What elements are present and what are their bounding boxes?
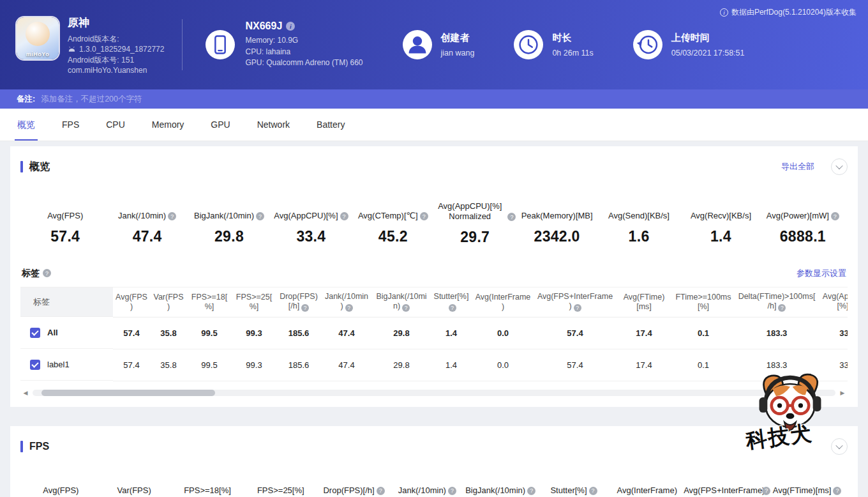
- help-icon[interactable]: [377, 487, 385, 495]
- help-icon[interactable]: [301, 304, 309, 312]
- fps-metric-avg-fps: Avg(FPS) 57.4: [24, 476, 98, 497]
- metric-avg-appcpu-normalized: Avg(AppCPU)[%] Normalized 29.7: [434, 201, 516, 246]
- column-header: BigJank(/10min): [372, 287, 431, 317]
- table-cell: 57.4: [113, 317, 150, 349]
- metric-label: Var(FPS): [117, 486, 151, 496]
- table-cell: 0.1: [672, 317, 735, 349]
- help-icon[interactable]: [507, 213, 516, 221]
- checkbox-all[interactable]: [30, 328, 40, 338]
- metric-label: Avg(FPS+InterFrame): [684, 486, 760, 496]
- param-display-settings-link[interactable]: 参数显示设置: [797, 268, 846, 279]
- help-icon[interactable]: [168, 212, 176, 220]
- help-icon[interactable]: [762, 487, 770, 495]
- table-row-label1-values: 57.4 35.8 99.5 99.3 185.6 47.4 29.8 1.4 …: [113, 349, 848, 381]
- column-header: Avg(InterFrame): [472, 287, 534, 317]
- upload-time-value: 05/03/2021 17:58:51: [671, 49, 745, 57]
- app-icon-brand-text: miHoYo: [26, 51, 49, 57]
- table-cell: 29.8: [372, 349, 431, 381]
- labels-table-scroll-area[interactable]: Avg(FPS) Var(FPS) FPS>=18[%] FPS>=25[%] …: [113, 287, 848, 381]
- metric-value: 33.4: [270, 228, 352, 245]
- scrollbar-thumb[interactable]: [41, 390, 215, 396]
- column-header: FPS>=18[%]: [187, 287, 232, 317]
- overview-section-title: 概览: [29, 160, 50, 174]
- metric-label: Avg(Send)[KB/s]: [608, 211, 670, 221]
- column-header: Var(FPS): [150, 287, 187, 317]
- export-all-link[interactable]: 导出全部: [781, 161, 814, 172]
- duration-label: 时长: [552, 32, 593, 44]
- remark-input[interactable]: [41, 95, 851, 103]
- metric-bigjank: BigJank(/10min) 29.8: [188, 201, 270, 246]
- help-icon[interactable]: [449, 304, 456, 312]
- help-icon[interactable]: [831, 212, 839, 220]
- tab-overview[interactable]: 概览: [4, 109, 49, 141]
- table-cell: 0.0: [472, 317, 534, 349]
- metric-label: FPS>=25[%]: [257, 486, 304, 496]
- help-icon[interactable]: [43, 269, 51, 277]
- column-header: Drop(FPS)[/h]: [276, 287, 321, 317]
- fps-metric-bigjank: BigJank(/10min) 29.8: [464, 476, 537, 497]
- table-header-row: Avg(FPS) Var(FPS) FPS>=18[%] FPS>=25[%] …: [113, 287, 848, 317]
- help-icon[interactable]: [448, 487, 456, 495]
- help-icon[interactable]: [527, 487, 535, 495]
- fps-metric-avg-fps-interframe: Avg(FPS+InterFrame) 57.4: [684, 476, 770, 497]
- help-icon[interactable]: [574, 304, 581, 312]
- table-cell: 185.6: [276, 349, 321, 381]
- help-icon[interactable]: [256, 212, 264, 220]
- collapse-overview-button[interactable]: [831, 158, 848, 175]
- device-info-icon[interactable]: [286, 22, 295, 31]
- fps-metric-avg-ftime: Avg(FTime)[ms] 17.4: [770, 476, 844, 497]
- tab-memory[interactable]: Memory: [138, 109, 198, 141]
- scroll-left-arrow[interactable]: [22, 389, 29, 397]
- help-icon[interactable]: [589, 487, 597, 495]
- row-label: All: [47, 328, 58, 337]
- section-accent-bar: [20, 441, 23, 452]
- metric-value: 29.8: [188, 228, 270, 245]
- metric-label: Jank(/10min): [398, 486, 446, 496]
- table-row-all: All: [20, 317, 113, 349]
- device-memory: Memory: 10.9G: [245, 35, 363, 47]
- tab-cpu[interactable]: CPU: [93, 109, 138, 141]
- table-cell: 33.4: [819, 349, 848, 381]
- tab-battery[interactable]: Battery: [303, 109, 358, 141]
- column-header: FPS>=25[%]: [232, 287, 276, 317]
- info-icon: [720, 8, 728, 17]
- table-cell: 1.4: [431, 317, 472, 349]
- tab-fps[interactable]: FPS: [49, 109, 93, 141]
- section-accent-bar: [20, 161, 23, 172]
- labels-section-title: 标签: [22, 268, 40, 279]
- android-version-code: Android版本号: 151: [68, 55, 164, 66]
- horizontal-scrollbar[interactable]: [22, 389, 846, 407]
- help-icon[interactable]: [778, 304, 786, 312]
- user-icon: [403, 30, 432, 59]
- device-block: NX669J Memory: 10.9G CPU: lahaina GPU: Q…: [206, 20, 363, 69]
- app-icon: miHoYo: [17, 17, 59, 59]
- checkbox-label1[interactable]: [30, 360, 40, 370]
- metric-label: BigJank(/10min): [194, 211, 254, 221]
- metric-value: 29.7: [434, 229, 516, 246]
- android-version-name-label: Android版本名:: [68, 34, 164, 45]
- device-gpu: GPU: Qualcomm Adreno (TM) 660: [245, 57, 363, 69]
- help-icon[interactable]: [402, 304, 410, 312]
- help-icon[interactable]: [345, 304, 353, 312]
- clock-icon: [514, 30, 543, 59]
- collapse-fps-button[interactable]: [831, 438, 848, 455]
- help-icon[interactable]: [420, 212, 428, 220]
- perfdog-report-page: 数据由PerfDog(5.1.210204)版本收集 miHoYo 原神 And…: [0, 0, 868, 497]
- scrollbar-track[interactable]: [33, 390, 835, 396]
- overview-metrics: Avg(FPS) 57.4 Jank(/10min) 47.4 BigJank(…: [24, 201, 844, 246]
- android-version-name: 1.3.0_1825294_1872772: [79, 44, 164, 55]
- table-cell: 183.3: [735, 317, 819, 349]
- labels-table: 标签 All label1 Avg(FPS): [20, 287, 848, 381]
- table-cell: 35.8: [150, 317, 187, 349]
- metric-label: Jank(/10min): [118, 211, 166, 221]
- help-icon[interactable]: [340, 212, 348, 220]
- creator-label: 创建者: [441, 32, 475, 44]
- scroll-right-arrow[interactable]: [839, 389, 846, 397]
- help-icon[interactable]: [833, 487, 841, 495]
- tab-gpu[interactable]: GPU: [197, 109, 243, 141]
- table-row-all-values: 57.4 35.8 99.5 99.3 185.6 47.4 29.8 1.4 …: [113, 317, 848, 349]
- collect-info-text: 数据由PerfDog(5.1.210204)版本收集: [731, 7, 857, 18]
- table-cell: 17.4: [616, 349, 672, 381]
- table-cell: 99.5: [187, 317, 232, 349]
- tab-network[interactable]: Network: [244, 109, 303, 141]
